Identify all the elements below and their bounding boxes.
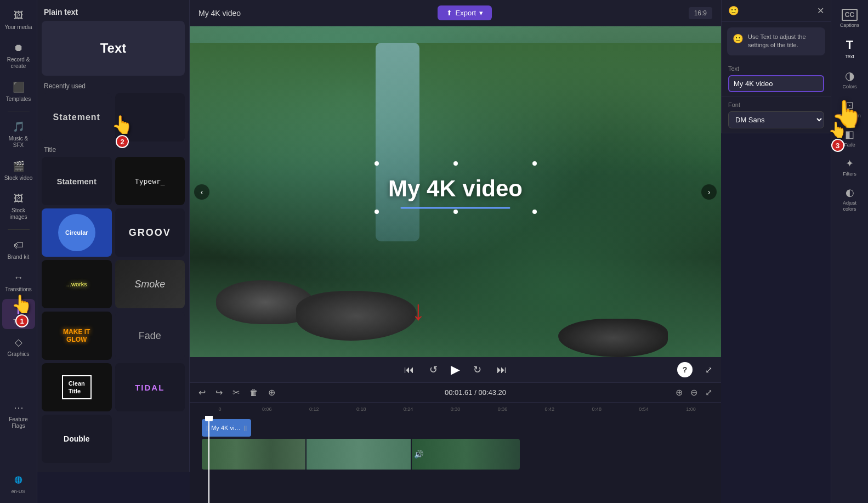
play-button[interactable]: ▶ bbox=[451, 363, 460, 377]
sidebar-item-record[interactable]: ⏺ Record &create bbox=[2, 37, 35, 74]
right-sidebar-adjust-colors[interactable]: ◐ Adjustcolors bbox=[833, 182, 866, 217]
brand-kit-icon: 🏷 bbox=[12, 239, 25, 252]
sidebar-item-text[interactable]: T Text bbox=[2, 299, 35, 329]
locale-icon: 🌐 bbox=[12, 473, 25, 487]
template-groovy[interactable]: GROOV bbox=[115, 208, 185, 257]
captions-label: Captions bbox=[840, 22, 860, 28]
main-area: My 4K video ⬆ Export ▾ 16:9 My 4K video bbox=[190, 0, 721, 503]
panel-close-button[interactable]: ✕ bbox=[817, 5, 824, 16]
forward-button[interactable]: ↻ bbox=[471, 361, 484, 378]
text-label: Text bbox=[728, 65, 824, 72]
sidebar-item-label: Record &create bbox=[7, 56, 30, 70]
template-statement-recent[interactable]: Statement bbox=[42, 93, 112, 142]
transform-icon: ⊡ bbox=[846, 99, 854, 111]
title-section-label: Title bbox=[44, 146, 183, 154]
right-sidebar-captions[interactable]: CC Captions bbox=[833, 4, 866, 32]
left-icon-sidebar: 🖼 Your media ⏺ Record &create ⬛ Template… bbox=[0, 0, 37, 503]
colors-label: Colors bbox=[842, 84, 856, 89]
sidebar-item-label: Your media bbox=[4, 24, 32, 30]
hint-text: Use Text to adjust the settings of the t… bbox=[748, 33, 820, 50]
template-circular[interactable]: Circular bbox=[42, 208, 112, 257]
adjust-colors-label: Adjustcolors bbox=[843, 200, 856, 212]
colors-icon: ◑ bbox=[845, 69, 854, 82]
template-clean-title[interactable]: CleanTitle bbox=[42, 363, 112, 411]
template-makeitglow[interactable]: MAKE ITGLOW bbox=[42, 312, 112, 360]
right-sidebar-transform[interactable]: ⊡ Transform bbox=[833, 95, 866, 123]
timeline-time-display: 00:01.61 / 00:43.20 bbox=[283, 388, 668, 397]
text-right-label: Text bbox=[845, 54, 854, 59]
undo-button[interactable]: ↩ bbox=[196, 386, 208, 399]
template-double[interactable]: Double bbox=[42, 415, 112, 463]
text-icon: T bbox=[12, 303, 25, 317]
transitions-icon: ↔ bbox=[12, 271, 25, 284]
ruler-mark-7: 0:42 bbox=[526, 406, 573, 412]
hint-emoji: 🙂 bbox=[733, 33, 744, 50]
sidebar-item-graphics[interactable]: ◇ Graphics bbox=[2, 331, 35, 361]
locale-item[interactable]: 🌐 en-US bbox=[2, 469, 35, 499]
stock-images-icon: 🖼 bbox=[12, 192, 25, 205]
template-neon[interactable]: ...works bbox=[42, 260, 112, 308]
export-icon: ⬆ bbox=[446, 9, 452, 17]
filters-icon: ✦ bbox=[846, 157, 854, 169]
template-typewriter[interactable]: Typewr_ bbox=[115, 157, 185, 205]
sidebar-item-your-media[interactable]: 🖼 Your media bbox=[2, 4, 35, 35]
prev-arrow[interactable]: ‹ bbox=[194, 184, 209, 200]
template-smoke[interactable]: Smoke bbox=[115, 260, 185, 308]
template-empty-1 bbox=[115, 93, 185, 142]
hint-box: 🙂 Use Text to adjust the settings of the… bbox=[727, 27, 825, 55]
video-segment-2 bbox=[305, 439, 411, 470]
sidebar-item-templates[interactable]: ⬛ Templates bbox=[2, 76, 35, 106]
right-sidebar-colors[interactable]: ◑ Colors bbox=[833, 65, 866, 94]
zoom-in-button[interactable]: ⊕ bbox=[673, 386, 685, 399]
right-panel-header: 🙂 ✕ bbox=[722, 0, 831, 22]
skip-back-button[interactable]: ⏮ bbox=[402, 362, 416, 378]
transform-label: Transform bbox=[838, 113, 861, 118]
font-select[interactable]: DM Sans bbox=[728, 111, 824, 128]
adjust-colors-icon: ◐ bbox=[846, 186, 854, 199]
audio-icon: 🔊 bbox=[414, 450, 423, 459]
help-button[interactable]: ? bbox=[677, 362, 693, 377]
font-section: Font DM Sans bbox=[722, 97, 831, 133]
duplicate-button[interactable]: ⊕ bbox=[266, 386, 277, 399]
sidebar-item-label: Graphics bbox=[7, 351, 29, 357]
captions-icon: CC bbox=[842, 9, 858, 21]
aspect-ratio-badge: 16:9 bbox=[689, 7, 712, 19]
sidebar-item-music[interactable]: 🎵 Music & SFX bbox=[2, 116, 35, 153]
sidebar-item-transitions[interactable]: ↔ Transitions bbox=[2, 267, 35, 297]
text-clip[interactable]: || My 4K video || bbox=[202, 419, 251, 437]
sidebar-divider2 bbox=[8, 229, 30, 230]
next-arrow[interactable]: › bbox=[701, 184, 717, 200]
export-button[interactable]: ⬆ Export ▾ bbox=[438, 5, 492, 20]
text-right-icon: T bbox=[846, 38, 853, 52]
ruler-mark-4: 0:24 bbox=[385, 406, 432, 412]
timeline-ruler: 0 0:06 0:12 0:18 0:24 0:30 0:36 0:42 0:4… bbox=[190, 403, 721, 416]
sidebar-item-feature-flags[interactable]: ⋯ Feature Flags bbox=[2, 397, 35, 434]
template-fade[interactable]: Fade bbox=[115, 312, 185, 360]
sidebar-item-brand-kit[interactable]: 🏷 Brand kit bbox=[2, 234, 35, 264]
timeline-toolbar: ↩ ↪ ✂ 🗑 ⊕ 00:01.61 / 00:43.20 ⊕ ⊖ ⤢ bbox=[190, 383, 721, 403]
sidebar-item-label: Feature Flags bbox=[4, 416, 33, 429]
expand-button[interactable]: ⤢ bbox=[705, 365, 712, 375]
template-statement[interactable]: Statement bbox=[42, 157, 112, 205]
delete-button[interactable]: 🗑 bbox=[247, 387, 260, 399]
template-tidal[interactable]: TIDAL bbox=[115, 363, 185, 411]
right-panel: 🙂 ✕ 🙂 Use Text to adjust the settings of… bbox=[721, 0, 831, 133]
ruler-mark-0: 0 bbox=[196, 406, 243, 412]
video-clip[interactable]: 🔊 bbox=[202, 439, 520, 470]
redo-button[interactable]: ↪ bbox=[213, 386, 225, 399]
right-sidebar-filters[interactable]: ✦ Filters bbox=[833, 153, 866, 181]
rewind-button[interactable]: ↺ bbox=[427, 361, 440, 378]
skip-forward-button[interactable]: ⏭ bbox=[495, 362, 509, 378]
text-input[interactable] bbox=[728, 75, 824, 92]
zoom-out-button[interactable]: ⊖ bbox=[688, 386, 700, 399]
text-clip-label: My 4K video bbox=[211, 425, 242, 431]
fit-button[interactable]: ⤢ bbox=[703, 386, 714, 399]
right-sidebar-text[interactable]: T Text bbox=[833, 33, 866, 64]
sidebar-item-stock-images[interactable]: 🖼 Stock images bbox=[2, 188, 35, 225]
cut-button[interactable]: ✂ bbox=[230, 386, 242, 399]
zoom-controls: ⊕ ⊖ ⤢ bbox=[673, 386, 714, 399]
sidebar-item-label: Stock video bbox=[4, 175, 33, 181]
sidebar-item-stock-video[interactable]: 🎬 Stock video bbox=[2, 155, 35, 185]
plain-text-card[interactable]: Text bbox=[42, 21, 185, 76]
right-sidebar-fade[interactable]: ◧ Fade bbox=[833, 124, 866, 152]
